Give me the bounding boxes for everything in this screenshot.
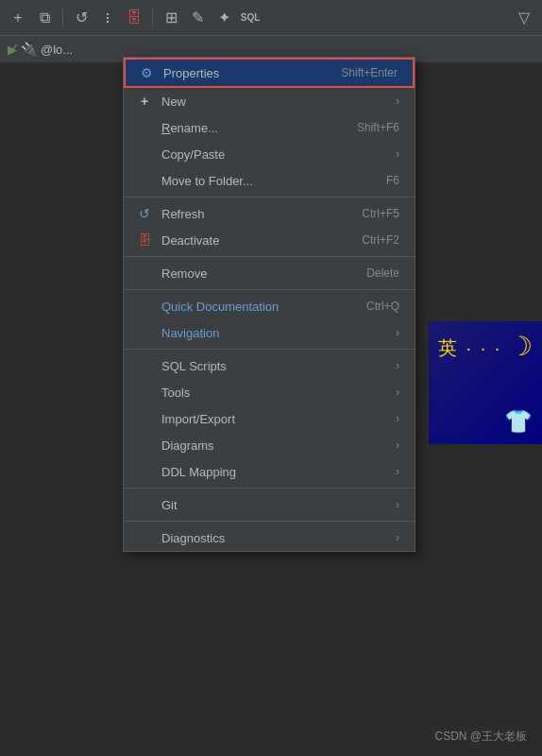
context-menu: ⚙ Properties Shift+Enter + New › Rename.… (123, 57, 415, 552)
shirt-decoration: 👕 (504, 408, 533, 435)
layers-icon[interactable]: ⫶ (97, 8, 118, 28)
quick-doc-icon (135, 297, 154, 316)
menu-item-diagnostics[interactable]: Diagnostics › (124, 524, 415, 551)
diagnostics-label: Diagnostics (161, 531, 388, 545)
database-icon[interactable]: 🗄 (124, 8, 144, 28)
edit-icon[interactable]: ✎ (187, 8, 208, 28)
git-label: Git (161, 498, 388, 512)
pin-icon[interactable]: ✦ (213, 8, 234, 28)
ddl-mapping-label: DDL Mapping (161, 465, 388, 479)
remove-shortcut: Delete (366, 266, 399, 280)
menu-item-remove[interactable]: Remove Delete (124, 260, 415, 286)
move-folder-icon (135, 171, 154, 190)
menu-item-deactivate[interactable]: 🗄 Deactivate Ctrl+F2 (124, 227, 415, 253)
import-export-label: Import/Export (161, 412, 388, 426)
quick-doc-shortcut: Ctrl+Q (366, 300, 399, 313)
menu-item-refresh[interactable]: ↺ Refresh Ctrl+F5 (124, 200, 415, 227)
remove-label: Remove (161, 266, 366, 281)
navigation-arrow-icon: › (396, 326, 399, 339)
diagrams-icon (135, 436, 154, 455)
git-icon (135, 495, 154, 514)
diagnostics-icon (135, 528, 154, 547)
deactivate-icon: 🗄 (135, 231, 154, 249)
navigation-label: Navigation (161, 326, 388, 340)
connection-icon: 🔌 (21, 42, 37, 57)
git-arrow-icon: › (396, 498, 399, 511)
menu-item-properties[interactable]: ⚙ Properties Shift+Enter (124, 58, 415, 88)
navigation-icon (135, 323, 154, 342)
move-folder-label: Move to Folder... (161, 174, 386, 188)
deactivate-label: Deactivate (161, 233, 362, 248)
menu-item-import-export[interactable]: Import/Export › (124, 405, 415, 432)
diagnostics-arrow-icon: › (396, 531, 399, 544)
menu-item-new[interactable]: + New › (124, 88, 415, 114)
menu-item-git[interactable]: Git › (124, 491, 415, 518)
rename-shortcut: Shift+F6 (357, 121, 399, 134)
properties-shortcut: Shift+Enter (341, 66, 398, 79)
refresh-menu-icon: ↺ (135, 204, 154, 223)
sql-scripts-label: SQL Scripts (161, 359, 388, 373)
diagrams-arrow-icon: › (396, 438, 399, 452)
separator-1 (124, 197, 415, 198)
new-label: New (161, 94, 388, 109)
add-icon[interactable]: + (8, 8, 28, 28)
menu-item-rename[interactable]: Rename... Shift+F6 (124, 114, 415, 141)
stars-decoration: 英 · · · (438, 335, 501, 361)
refresh-label: Refresh (161, 207, 362, 221)
sql-scripts-arrow-icon: › (396, 359, 399, 372)
green-check-icon: ✓ (8, 40, 20, 58)
menu-item-navigation[interactable]: Navigation › (124, 319, 415, 346)
menu-item-quick-doc[interactable]: Quick Documentation Ctrl+Q (124, 293, 415, 319)
tools-icon (135, 383, 154, 402)
moon-decoration: ☽ (509, 331, 533, 362)
menu-item-tools[interactable]: Tools › (124, 379, 415, 405)
tools-arrow-icon: › (396, 386, 399, 399)
separator-3 (124, 289, 415, 290)
menu-item-copy-paste[interactable]: Copy/Paste › (124, 141, 415, 167)
watermark: CSDN @王大老板 (434, 729, 527, 745)
right-decoration-panel: 英 · · · ☽ 👕 (429, 321, 542, 444)
refresh-shortcut: Ctrl+F5 (362, 207, 399, 220)
connection-label: @lo... (41, 43, 73, 57)
sql-icon[interactable]: SQL (240, 8, 261, 28)
properties-icon: ⚙ (137, 63, 156, 82)
separator-2 (124, 256, 415, 257)
new-arrow-icon: › (396, 94, 399, 108)
watermark-text: CSDN @王大老板 (434, 730, 527, 743)
refresh-icon[interactable]: ↺ (71, 8, 92, 28)
filter-icon[interactable]: ▽ (514, 8, 534, 28)
copy-paste-arrow-icon: › (396, 147, 399, 161)
toolbar: + ⧉ ↺ ⫶ 🗄 ⊞ ✎ ✦ SQL ▽ (0, 0, 542, 36)
grid-icon[interactable]: ⊞ (161, 8, 181, 28)
tools-label: Tools (161, 386, 388, 400)
copy-icon[interactable]: ⧉ (34, 8, 55, 28)
properties-label: Properties (163, 66, 341, 80)
import-export-icon (135, 409, 154, 428)
menu-item-sql-scripts[interactable]: SQL Scripts › (124, 352, 415, 379)
toolbar-separator-2 (152, 9, 153, 27)
new-icon: + (135, 92, 154, 111)
move-folder-shortcut: F6 (386, 174, 399, 187)
rename-icon (135, 118, 154, 137)
menu-item-ddl-mapping[interactable]: DDL Mapping › (124, 458, 415, 485)
remove-icon (135, 264, 154, 283)
deactivate-shortcut: Ctrl+F2 (362, 233, 399, 247)
toolbar-separator-1 (62, 9, 63, 27)
ddl-mapping-arrow-icon: › (396, 465, 399, 478)
menu-item-move-folder[interactable]: Move to Folder... F6 (124, 167, 415, 194)
ddl-mapping-icon (135, 462, 154, 481)
rename-label: Rename... (161, 121, 357, 135)
separator-4 (124, 349, 415, 350)
separator-5 (124, 488, 415, 489)
sql-scripts-icon (135, 356, 154, 375)
menu-item-diagrams[interactable]: Diagrams › (124, 432, 415, 458)
copy-paste-label: Copy/Paste (161, 147, 388, 162)
copy-paste-icon (135, 145, 154, 163)
diagrams-label: Diagrams (161, 438, 388, 453)
quick-doc-label: Quick Documentation (161, 300, 366, 314)
separator-6 (124, 521, 415, 522)
import-export-arrow-icon: › (396, 412, 399, 425)
